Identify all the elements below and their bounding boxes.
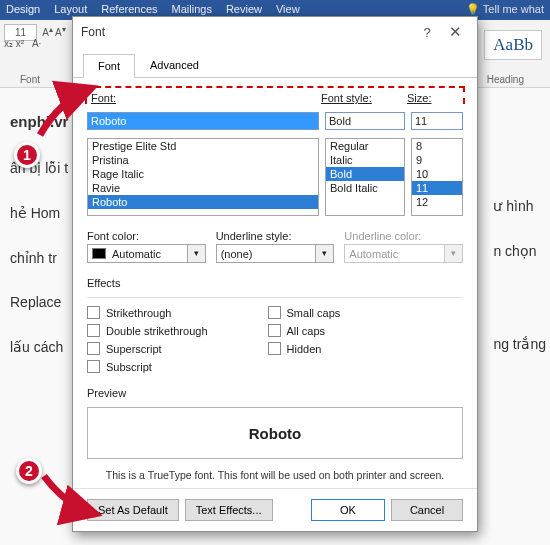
bg-tab: View <box>276 3 300 17</box>
list-item[interactable]: 9 <box>412 153 462 167</box>
size-label: Size: <box>407 92 431 104</box>
help-icon[interactable]: ? <box>413 25 441 40</box>
bg-tab: Design <box>6 3 40 17</box>
annotation-2: 2 <box>16 458 42 484</box>
underline-style-combo[interactable]: (none) ▾ <box>216 244 335 263</box>
list-item[interactable]: 10 <box>412 167 462 181</box>
list-item[interactable]: 11 <box>412 181 462 195</box>
style-listbox[interactable]: Regular Italic Bold Bold Italic <box>325 138 405 216</box>
checkbox-subscript[interactable]: Subscript <box>87 360 208 373</box>
underline-style-label: Underline style: <box>216 230 292 242</box>
text-effects-button[interactable]: Text Effects... <box>185 499 273 521</box>
checkbox-strikethrough[interactable]: Strikethrough <box>87 306 208 319</box>
ok-button[interactable]: OK <box>311 499 385 521</box>
preview-text: Roboto <box>249 425 301 442</box>
size-input[interactable]: 11 <box>411 112 463 130</box>
bg-tab: Layout <box>54 3 87 17</box>
preview-note: This is a TrueType font. This font will … <box>87 469 463 481</box>
list-item[interactable]: Bold <box>326 167 404 181</box>
chevron-down-icon[interactable]: ▾ <box>188 244 206 263</box>
checkbox-all-caps[interactable]: All caps <box>268 324 341 337</box>
tab-font[interactable]: Font <box>83 54 135 78</box>
checkbox-small-caps[interactable]: Small caps <box>268 306 341 319</box>
effects-label: Effects <box>87 277 463 289</box>
bg-doc-right: ư hình n chọn ng trắng <box>493 88 546 366</box>
list-item[interactable]: Rage Italic <box>88 167 318 181</box>
tab-advanced[interactable]: Advanced <box>135 53 214 77</box>
bg-group-heading: Heading <box>487 74 524 85</box>
list-item[interactable]: Pristina <box>88 153 318 167</box>
list-item[interactable]: Regular <box>326 139 404 153</box>
bg-style-sample: AaBb <box>484 30 542 60</box>
color-swatch <box>92 248 106 259</box>
font-color-combo[interactable]: Automatic ▾ <box>87 244 206 263</box>
dialog-titlebar: Font ? ✕ <box>73 17 477 47</box>
preview-label: Preview <box>87 387 463 399</box>
list-item[interactable]: Roboto <box>88 195 318 209</box>
bg-group-font: Font <box>20 74 40 85</box>
highlight-box: Font: Font style: Size: <box>85 86 465 104</box>
list-item[interactable]: Prestige Elite Std <box>88 139 318 153</box>
list-item[interactable]: 12 <box>412 195 462 209</box>
cancel-button[interactable]: Cancel <box>391 499 463 521</box>
style-label: Font style: <box>321 92 372 104</box>
font-input[interactable]: Roboto <box>87 112 319 130</box>
style-input[interactable]: Bold <box>325 112 405 130</box>
checkbox-double-strikethrough[interactable]: Double strikethrough <box>87 324 208 337</box>
bg-tab: Mailings <box>172 3 212 17</box>
list-item[interactable]: Bold Italic <box>326 181 404 195</box>
dialog-title: Font <box>81 25 105 39</box>
bg-fontsize-box: 11 A▴ A▾ x₂ x² A· <box>4 24 66 49</box>
set-default-button[interactable]: Set As Default <box>87 499 179 521</box>
dialog-tabs: Font Advanced <box>73 47 477 78</box>
underline-color-label: Underline color: <box>344 230 421 242</box>
bg-tab: Review <box>226 3 262 17</box>
checkbox-hidden[interactable]: Hidden <box>268 342 341 355</box>
close-icon[interactable]: ✕ <box>441 23 469 41</box>
list-item[interactable]: Ravie <box>88 181 318 195</box>
font-label: Font: <box>91 92 116 104</box>
size-listbox[interactable]: 8 9 10 11 12 <box>411 138 463 216</box>
preview-box: Roboto <box>87 407 463 459</box>
bg-tell-me: 💡 Tell me what <box>466 3 544 17</box>
underline-color-combo: Automatic ▾ <box>344 244 463 263</box>
font-color-label: Font color: <box>87 230 139 242</box>
list-item[interactable]: 8 <box>412 139 462 153</box>
checkbox-superscript[interactable]: Superscript <box>87 342 208 355</box>
list-item[interactable]: Italic <box>326 153 404 167</box>
chevron-down-icon[interactable]: ▾ <box>316 244 334 263</box>
bg-tab: References <box>101 3 157 17</box>
chevron-down-icon: ▾ <box>445 244 463 263</box>
font-dialog: Font ? ✕ Font Advanced Font: Font style:… <box>72 16 478 532</box>
annotation-1: 1 <box>14 142 40 168</box>
font-listbox[interactable]: Prestige Elite Std Pristina Rage Italic … <box>87 138 319 216</box>
